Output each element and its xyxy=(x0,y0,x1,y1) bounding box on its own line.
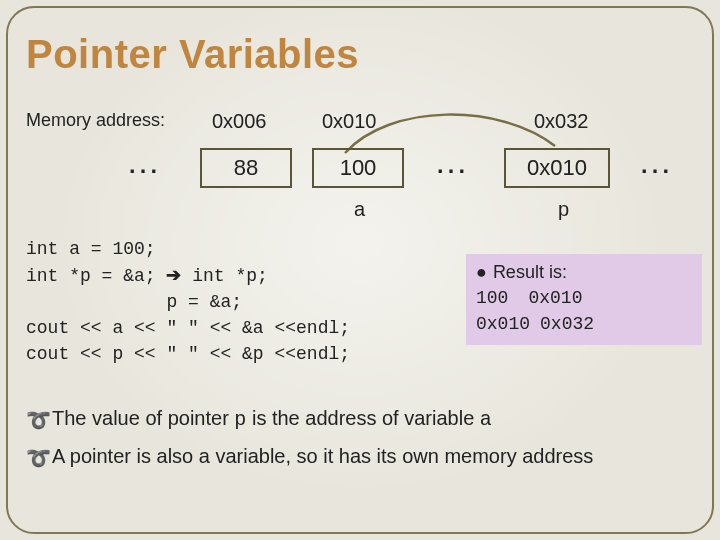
arrow-right-icon: ➔ xyxy=(166,265,181,285)
code-line-2b: int *p; xyxy=(181,266,267,286)
result-box: ●Result is: 100 0x010 0x010 0x032 xyxy=(466,254,702,345)
variable-label-a: a xyxy=(354,198,365,221)
code-line-5: cout << p << " " << &p <<endl; xyxy=(26,344,350,364)
memory-cell-0x010: 100 xyxy=(312,148,404,188)
result-2a: 0x010 xyxy=(476,314,530,334)
result-1b: 0x010 xyxy=(528,288,582,308)
slide: Pointer Variables Memory address: 0x006 … xyxy=(0,0,720,540)
result-2b: 0x032 xyxy=(540,314,594,334)
bullet-2-text: A pointer is also a variable, so it has … xyxy=(52,445,593,467)
result-heading: Result is: xyxy=(493,262,567,282)
memory-cell-0x032: 0x010 xyxy=(504,148,610,188)
address-0x006: 0x006 xyxy=(212,110,267,133)
result-row-2: 0x010 0x032 xyxy=(476,311,692,337)
bullet-list: ➰ The value of pointer p is the address … xyxy=(26,404,690,478)
bullet-1-text-d: is the address of variable xyxy=(246,407,479,429)
address-0x010: 0x010 xyxy=(322,110,377,133)
bullet-2: ➰ A pointer is also a variable, so it ha… xyxy=(26,442,690,470)
code-line-2a: int *p = &a; xyxy=(26,266,166,286)
code-line-1: int a = 100; xyxy=(26,239,156,259)
result-heading-row: ●Result is: xyxy=(476,260,692,285)
swirl-bullet-icon: ➰ xyxy=(26,406,51,434)
bullet-dot-icon: ● xyxy=(476,262,493,282)
address-0x032: 0x032 xyxy=(534,110,589,133)
memory-address-label: Memory address: xyxy=(26,110,165,131)
code-block: int a = 100; int *p = &a; ➔ int *p; p = … xyxy=(26,236,350,367)
result-1a: 100 xyxy=(476,288,508,308)
bullet-1-var-p: p xyxy=(234,408,246,431)
slide-title: Pointer Variables xyxy=(26,32,359,77)
bullet-1-text-b: value of pointer xyxy=(92,407,234,429)
swirl-bullet-icon: ➰ xyxy=(26,444,51,472)
memory-cell-0x006: 88 xyxy=(200,148,292,188)
ellipsis-icon: … xyxy=(420,142,480,181)
variable-label-p: p xyxy=(558,198,569,221)
ellipsis-icon: … xyxy=(112,142,172,181)
ellipsis-icon: … xyxy=(624,142,684,181)
bullet-1-var-a: a xyxy=(480,408,492,431)
code-line-3: p = &a; xyxy=(26,292,242,312)
code-line-4: cout << a << " " << &a <<endl; xyxy=(26,318,350,338)
result-row-1: 100 0x010 xyxy=(476,285,692,311)
bullet-1: ➰ The value of pointer p is the address … xyxy=(26,404,690,434)
bullet-1-text-a: The xyxy=(52,407,92,429)
